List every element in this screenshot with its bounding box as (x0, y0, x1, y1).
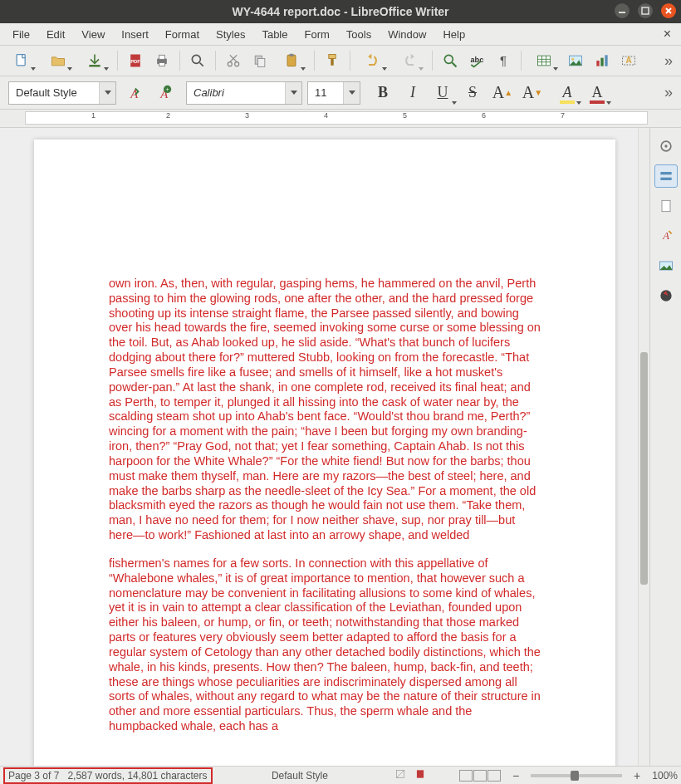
sidebar-navigator-button[interactable] (654, 284, 678, 307)
svg-rect-4 (17, 55, 25, 66)
menu-bar: File Edit View Insert Format Styles Tabl… (0, 23, 681, 46)
menu-insert[interactable]: Insert (114, 26, 156, 43)
insert-chart-button[interactable] (590, 49, 614, 72)
sidebar-properties-button[interactable] (654, 164, 678, 188)
insert-textbox-button[interactable]: A (617, 49, 640, 72)
font-name-arrow[interactable] (285, 82, 301, 104)
menu-table[interactable]: Table (254, 26, 295, 43)
print-button[interactable] (150, 49, 174, 72)
ruler-tick: 1 (91, 111, 96, 120)
italic-button[interactable]: I (400, 81, 425, 105)
svg-point-44 (664, 145, 667, 147)
svg-point-23 (444, 55, 453, 63)
zoom-value[interactable]: 100% (652, 770, 678, 782)
menu-styles[interactable]: Styles (208, 26, 252, 43)
menu-view[interactable]: View (74, 26, 112, 43)
zoom-slider-handle[interactable] (571, 771, 579, 781)
new-button[interactable] (5, 49, 38, 72)
svg-text:A: A (625, 56, 631, 65)
svg-line-12 (200, 63, 203, 66)
spellcheck-button[interactable]: abc (465, 49, 488, 72)
export-pdf-button[interactable]: PDF (124, 49, 147, 72)
zoom-slider[interactable] (531, 774, 622, 777)
redo-button[interactable] (393, 49, 426, 72)
window-close-button[interactable] (661, 3, 676, 18)
zoom-in-button[interactable]: + (630, 769, 644, 782)
update-style-button[interactable]: A (121, 81, 146, 105)
menu-help[interactable]: Help (435, 26, 473, 43)
highlight-color-button[interactable]: A (555, 81, 580, 105)
save-button[interactable] (78, 49, 111, 72)
scrollbar-thumb[interactable] (640, 352, 648, 585)
superscript-button[interactable]: A▲ (490, 81, 515, 105)
svg-rect-19 (287, 55, 296, 66)
cut-button[interactable] (222, 49, 245, 72)
status-language-icon[interactable] (394, 768, 406, 782)
sidebar-styles-button[interactable]: A (654, 224, 678, 247)
menu-window[interactable]: Window (380, 26, 434, 43)
sidebar-page-button[interactable] (654, 194, 678, 218)
font-size-arrow[interactable] (343, 82, 360, 104)
menu-format[interactable]: Format (158, 26, 207, 43)
font-name-value: Calibri (187, 86, 285, 99)
svg-point-11 (192, 55, 200, 63)
underline-button[interactable]: U (430, 81, 455, 105)
open-button[interactable] (42, 49, 75, 72)
standard-toolbar: PDF abc ¶ A » (0, 46, 681, 76)
font-name-combo[interactable]: Calibri (186, 81, 302, 105)
ruler-tick: 2 (166, 111, 170, 120)
vertical-scrollbar[interactable] (638, 128, 649, 766)
menu-tools[interactable]: Tools (339, 26, 379, 43)
close-document-button[interactable]: × (659, 27, 676, 42)
sidebar-settings-button[interactable] (654, 135, 678, 158)
insert-image-button[interactable] (564, 49, 587, 72)
new-style-button[interactable]: A+ (151, 81, 176, 105)
insert-table-button[interactable] (527, 49, 561, 72)
svg-rect-21 (329, 55, 336, 59)
window-title: WY-4644 report.doc - LibreOffice Writer (232, 5, 448, 18)
paste-button[interactable] (275, 49, 308, 72)
menu-file[interactable]: File (5, 26, 37, 43)
status-style[interactable]: Default Style (272, 770, 328, 782)
view-mode-icons[interactable] (459, 770, 501, 782)
formatting-overflow-button[interactable]: » (664, 84, 673, 101)
document-scroll[interactable]: own iron. As, then, with regular, gaspin… (0, 128, 649, 766)
clone-formatting-button[interactable] (321, 49, 344, 72)
ruler-tick: 6 (482, 111, 486, 120)
svg-rect-5 (89, 65, 100, 67)
status-wordcount[interactable]: 2,587 words, 14,801 characters (67, 770, 207, 782)
strikethrough-button[interactable]: S (460, 81, 485, 105)
document-body[interactable]: own iron. As, then, with regular, gaspin… (109, 277, 541, 734)
zoom-out-button[interactable]: − (509, 769, 522, 782)
font-color-button[interactable]: A (585, 81, 610, 105)
menu-edit[interactable]: Edit (39, 26, 72, 43)
window-minimize-button[interactable] (615, 3, 630, 18)
font-size-combo[interactable]: 11 (307, 81, 360, 105)
paragraph[interactable]: fishermen's names for a few sorts. In co… (109, 556, 541, 734)
paragraph[interactable]: own iron. As, then, with regular, gaspin… (109, 277, 541, 543)
svg-point-14 (235, 62, 239, 66)
paragraph-style-combo[interactable]: Default Style (8, 81, 116, 105)
horizontal-ruler[interactable]: 1 2 3 4 5 6 7 (0, 110, 681, 128)
copy-button[interactable] (248, 49, 272, 72)
document-page[interactable]: own iron. As, then, with regular, gaspin… (34, 140, 615, 766)
undo-button[interactable] (356, 49, 389, 72)
sidebar-gallery-button[interactable] (654, 254, 678, 277)
sidebar-panel: A (649, 128, 681, 766)
subscript-button[interactable]: A▼ (520, 81, 545, 105)
paragraph-style-arrow[interactable] (99, 82, 115, 104)
paragraph-style-value: Default Style (9, 86, 99, 99)
toolbar-overflow-button[interactable]: » (661, 52, 676, 70)
ruler-tick: 3 (245, 111, 249, 120)
status-page[interactable]: Page 3 of 7 (8, 770, 59, 782)
svg-rect-34 (596, 61, 599, 66)
status-insert-mode-icon[interactable] (414, 768, 426, 782)
find-replace-button[interactable] (438, 49, 462, 72)
formatting-toolbar: Default Style A A+ Calibri 11 B I U S A▲… (0, 76, 681, 110)
formatting-marks-button[interactable]: ¶ (492, 49, 515, 72)
bold-button[interactable]: B (370, 81, 395, 105)
menu-form[interactable]: Form (296, 26, 336, 43)
svg-rect-10 (159, 63, 165, 66)
window-maximize-button[interactable] (638, 3, 653, 18)
print-preview-button[interactable] (186, 49, 209, 72)
